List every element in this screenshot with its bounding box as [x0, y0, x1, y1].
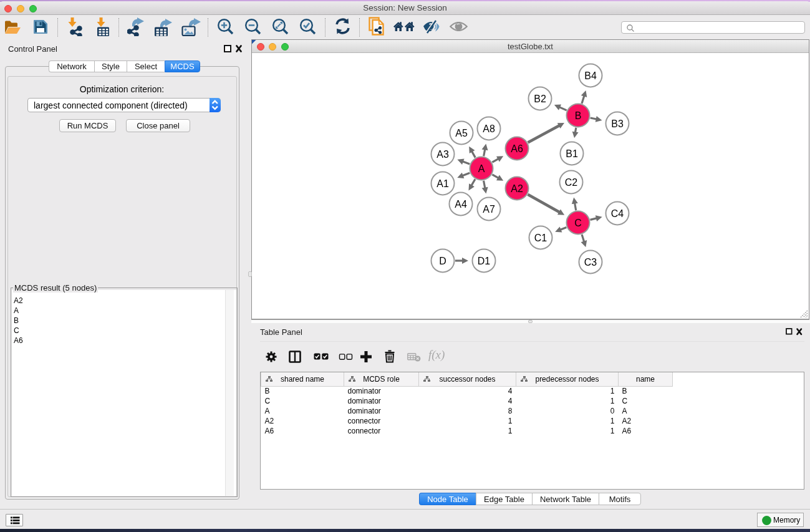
svg-text:A7: A7: [483, 204, 495, 215]
svg-text:A1: A1: [436, 178, 449, 189]
svg-text:C4: C4: [611, 208, 624, 219]
svg-text:B2: B2: [534, 94, 546, 104]
svg-text:A6: A6: [511, 143, 523, 154]
svg-text:A: A: [478, 163, 485, 174]
svg-text:B1: B1: [566, 148, 578, 159]
svg-text:B4: B4: [584, 70, 597, 81]
svg-text:A2: A2: [511, 183, 523, 194]
svg-text:B3: B3: [611, 118, 624, 129]
svg-text:C: C: [574, 218, 582, 228]
svg-text:A4: A4: [455, 199, 467, 210]
svg-text:C2: C2: [565, 177, 578, 188]
svg-text:B: B: [575, 110, 582, 121]
svg-text:C3: C3: [584, 257, 597, 268]
svg-text:A8: A8: [483, 123, 495, 134]
svg-text:A3: A3: [436, 149, 449, 160]
svg-text:D1: D1: [478, 256, 491, 266]
svg-text:C1: C1: [534, 233, 547, 243]
svg-text:D: D: [439, 256, 446, 266]
svg-text:A5: A5: [455, 128, 468, 138]
